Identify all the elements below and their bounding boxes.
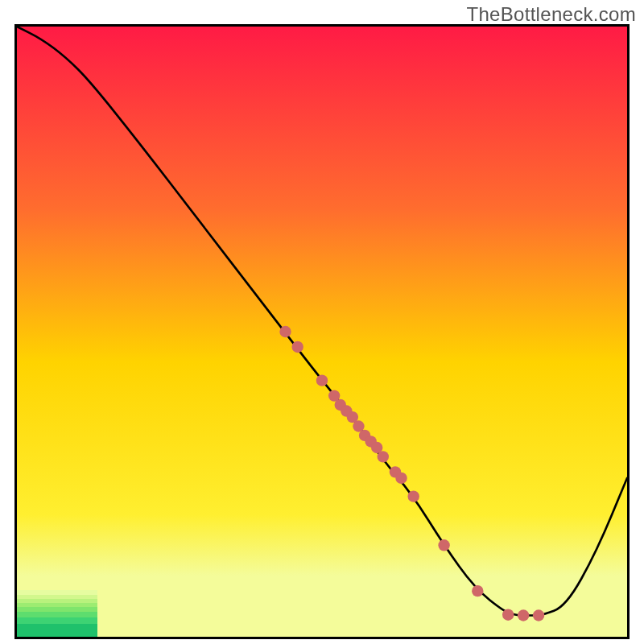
data-point (438, 539, 449, 551)
data-point (316, 374, 328, 386)
data-point (502, 609, 514, 621)
data-point (533, 609, 544, 621)
chart-svg-layer (17, 27, 627, 637)
scatter-points-group (279, 326, 544, 621)
data-point (378, 451, 389, 462)
chart-area (14, 24, 630, 639)
data-point (472, 585, 483, 597)
data-point (279, 326, 291, 337)
data-point (518, 609, 529, 621)
data-point (407, 490, 419, 502)
data-point (291, 341, 303, 353)
data-point (395, 473, 407, 484)
bottleneck-curve (17, 27, 627, 615)
watermark-text: TheBottleneck.com (466, 3, 636, 26)
